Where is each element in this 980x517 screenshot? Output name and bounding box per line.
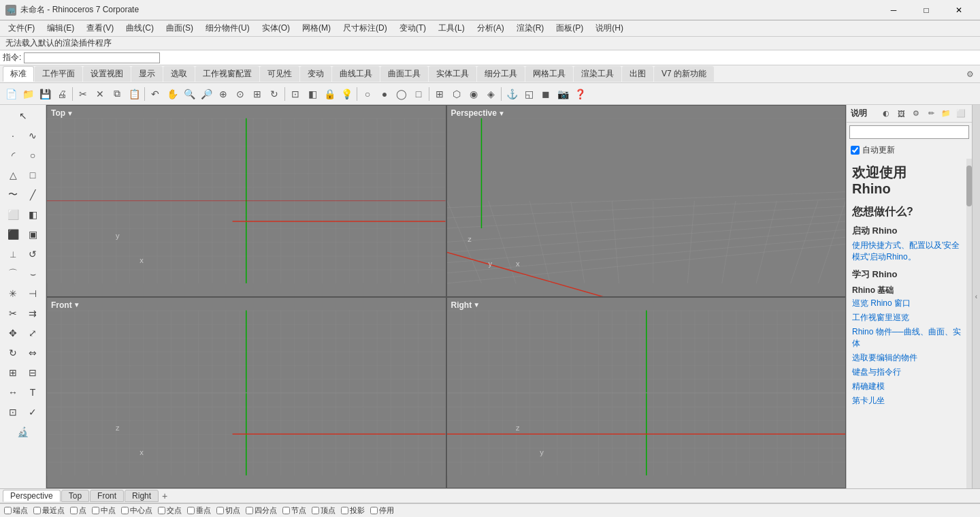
group-tool[interactable]: ⊟ (23, 363, 42, 382)
lock-icon[interactable]: 🔒 (321, 86, 338, 102)
launch-link[interactable]: 使用快捷方式、配置以及'安全模式'启动Rhino。 (852, 240, 961, 263)
polygon-tool[interactable]: △ (3, 166, 22, 185)
menu-view[interactable]: 查看(V) (81, 21, 119, 35)
tab-rendertools[interactable]: 渲染工具 (574, 66, 621, 82)
open-icon[interactable]: 📁 (20, 86, 36, 102)
snap-point[interactable]: 点 (70, 505, 86, 516)
scale-tool[interactable]: ⤢ (23, 324, 42, 343)
tab-standard[interactable]: 标准 (3, 66, 34, 82)
array-tool[interactable]: ⊞ (3, 363, 22, 382)
rp-icon-1[interactable]: ◐ (879, 107, 893, 121)
intersect-tool[interactable]: ✳ (3, 284, 22, 303)
vp-tab-perspective[interactable]: Perspective (3, 490, 61, 502)
viewport-top-arrow[interactable]: ▼ (67, 110, 74, 117)
snap-midpoint[interactable]: 中点 (92, 505, 116, 516)
zoom-win-icon[interactable]: ⊞ (249, 86, 265, 102)
tab-surfacetools[interactable]: 曲面工具 (380, 66, 428, 82)
undo-icon[interactable]: ↶ (147, 86, 163, 102)
tab-workplane[interactable]: 工作平面 (35, 66, 82, 82)
torus-icon[interactable]: ◯ (393, 86, 410, 102)
snap-endpoint-checkbox[interactable] (4, 507, 12, 514)
mesh-icon[interactable]: ⊞ (431, 86, 448, 102)
viewport-top[interactable]: Top ▼ y x (46, 105, 446, 297)
env-icon[interactable]: ◈ (483, 86, 499, 102)
menu-help[interactable]: 说明(H) (590, 21, 629, 35)
link-precise-modeling[interactable]: 精确建模 (852, 381, 961, 392)
tab-visibility[interactable]: 可见性 (260, 66, 299, 82)
tab-display[interactable]: 显示 (131, 66, 163, 82)
menu-tools[interactable]: 工具(L) (433, 21, 470, 35)
menu-transform[interactable]: 变动(T) (394, 21, 431, 35)
snap-tan-checkbox[interactable] (216, 507, 224, 514)
zoom-sel-icon[interactable]: ⊙ (232, 86, 248, 102)
viewport-front[interactable]: Front ▼ z x (46, 297, 446, 489)
snap-perp-checkbox[interactable] (187, 507, 195, 514)
text-tool[interactable]: T (23, 383, 42, 402)
circle-lt-tool[interactable]: ○ (23, 146, 42, 165)
circle-icon[interactable]: ○ (359, 86, 376, 102)
arc-tool[interactable]: ◜ (3, 146, 22, 165)
menu-solid[interactable]: 实体(O) (257, 21, 295, 35)
rotate2-tool[interactable]: ↻ (3, 343, 22, 362)
snap-disable[interactable]: 停用 (370, 505, 394, 516)
snap-project[interactable]: 投影 (341, 505, 365, 516)
right-panel-scrollbar[interactable] (966, 166, 972, 206)
menu-mesh[interactable]: 网格(M) (297, 21, 336, 35)
box-icon[interactable]: □ (410, 86, 427, 102)
osnap2-tool[interactable]: ⊡ (3, 403, 22, 422)
history-icon[interactable]: ◱ (521, 86, 537, 102)
move-tool[interactable]: ✥ (3, 324, 22, 343)
tab-v7new[interactable]: V7 的新功能 (654, 66, 714, 82)
tab-subdivtools[interactable]: 细分工具 (477, 66, 525, 82)
line-tool[interactable]: ╱ (23, 185, 42, 204)
snap-knot-checkbox[interactable] (282, 507, 290, 514)
curve-tool[interactable]: ∿ (23, 126, 42, 145)
extrude-tool[interactable]: ⟂ (3, 245, 22, 264)
delete-icon[interactable]: ✕ (92, 86, 108, 102)
snap-tan[interactable]: 切点 (216, 505, 240, 516)
new-icon[interactable]: 📄 (3, 86, 19, 102)
fillet-tool[interactable]: ⌒ (3, 264, 22, 283)
snap-project-checkbox[interactable] (341, 507, 348, 514)
autoupdate-checkbox[interactable] (851, 146, 860, 155)
menu-subd[interactable]: 细分物件(U) (200, 21, 255, 35)
snap-intersect-checkbox[interactable] (158, 507, 165, 514)
mirror-tool[interactable]: ⇔ (23, 343, 42, 362)
offset-tool[interactable]: ⇉ (23, 304, 42, 323)
tab-vpconfig[interactable]: 工作视窗配置 (195, 66, 259, 82)
vp-tab-top[interactable]: Top (61, 490, 89, 502)
snap-nearest-checkbox[interactable] (33, 507, 41, 514)
snap-knot[interactable]: 节点 (282, 505, 306, 516)
revolve-tool[interactable]: ↺ (23, 245, 42, 264)
zoom-ext-icon[interactable]: ⊕ (215, 86, 231, 102)
trim-tool[interactable]: ✂ (3, 304, 22, 323)
rp-icon-2[interactable]: 🖼 (894, 107, 908, 121)
maximize-button[interactable]: □ (911, 0, 942, 20)
command-input[interactable] (24, 52, 160, 63)
snap-icon[interactable]: ⊡ (287, 86, 304, 102)
solid-tool[interactable]: ⬛ (3, 225, 22, 244)
link-keyboard[interactable]: 键盘与指令行 (852, 366, 961, 378)
snap-intersect[interactable]: 交点 (158, 505, 182, 516)
snap-quad[interactable]: 四分点 (246, 505, 277, 516)
loft-tool[interactable]: ◧ (23, 205, 42, 224)
camera-icon[interactable]: 📷 (555, 86, 571, 102)
lamp-icon[interactable]: 💡 (338, 86, 355, 102)
pan-icon[interactable]: ✋ (164, 86, 180, 102)
print-icon[interactable]: 🖨 (54, 86, 70, 102)
snap-quad-checkbox[interactable] (246, 507, 253, 514)
tab-solidtools[interactable]: 实体工具 (429, 66, 476, 82)
select-tool[interactable]: ↖ (14, 106, 33, 125)
vp-tab-add[interactable]: + (159, 490, 170, 501)
rp-icon-5[interactable]: 📁 (939, 107, 953, 121)
rect-tool[interactable]: □ (23, 166, 42, 185)
snap-disable-checkbox[interactable] (370, 507, 378, 514)
viewport-front-arrow[interactable]: ▼ (74, 301, 80, 309)
rp-icon-4[interactable]: ✏ (924, 107, 938, 121)
help2-icon[interactable]: ❓ (572, 86, 588, 102)
point-tool[interactable]: · (3, 126, 22, 145)
menu-render[interactable]: 渲染(R) (511, 21, 550, 35)
viewport-right-arrow[interactable]: ▼ (473, 301, 480, 309)
freeform-tool[interactable]: 〜 (3, 185, 22, 204)
surface-tool[interactable]: ⬜ (3, 205, 22, 224)
